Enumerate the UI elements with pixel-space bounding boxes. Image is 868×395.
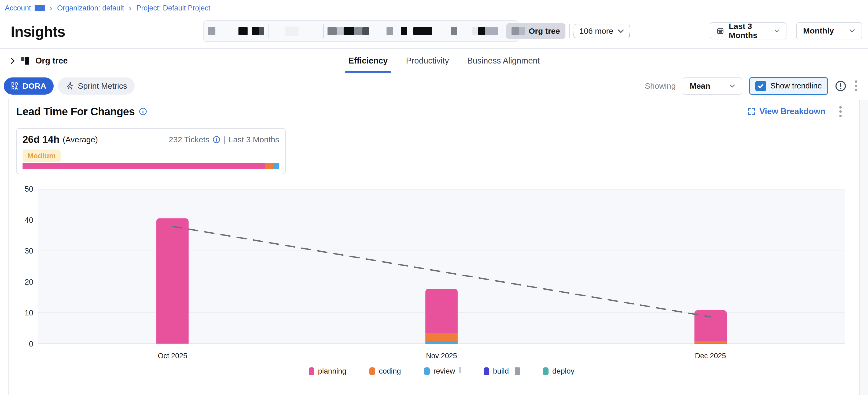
view-breakdown-label: View Breakdown bbox=[760, 107, 825, 116]
plot-area: 01020304050Oct 2025Nov 2025Dec 2025 bbox=[38, 189, 845, 344]
summary-meta: 232 Tickets | Last 3 Months bbox=[169, 135, 279, 144]
divider bbox=[502, 24, 502, 38]
stacked-bar[interactable] bbox=[156, 219, 189, 344]
legend-item-review[interactable]: review bbox=[424, 367, 461, 375]
summary-distribution-bar bbox=[23, 163, 279, 169]
legend-item-planning[interactable]: planning bbox=[309, 367, 346, 375]
widget-menu-kebab[interactable] bbox=[838, 104, 843, 119]
tab-efficiency[interactable]: Efficiency bbox=[345, 49, 391, 73]
view-breakdown-button[interactable]: View Breakdown bbox=[748, 107, 825, 116]
content-left-border bbox=[8, 99, 8, 395]
legend-label: planning bbox=[318, 367, 346, 375]
legend-swatch-planning bbox=[309, 367, 314, 375]
bar-segment-coding bbox=[156, 343, 189, 344]
more-filters-dropdown[interactable]: 106 more bbox=[574, 24, 630, 38]
expand-icon bbox=[748, 107, 755, 116]
stacked-bar[interactable] bbox=[694, 310, 726, 344]
org-tree-header[interactable]: Org tree bbox=[10, 49, 68, 73]
divider: | bbox=[223, 135, 225, 144]
bar-segment-review bbox=[426, 341, 458, 344]
aggregation-value: Mean bbox=[690, 81, 710, 91]
summary-qualifier: (Average) bbox=[63, 135, 98, 144]
chevron-down-icon bbox=[617, 29, 624, 33]
header-selects: Last 3 Months Monthly bbox=[710, 22, 862, 39]
filter-chips-bar: Org tree 106 more bbox=[203, 20, 519, 42]
lead-time-chart: 01020304050Oct 2025Nov 2025Dec 2025 plan… bbox=[38, 189, 845, 344]
toolbar-right: Showing Mean Show trendline bbox=[645, 77, 859, 95]
redacted-filter-group bbox=[208, 27, 264, 35]
chevron-down-icon bbox=[849, 29, 855, 33]
page-header: Insights Org tree bbox=[0, 16, 868, 49]
aggregation-select[interactable]: Mean bbox=[683, 77, 742, 95]
divider bbox=[397, 24, 397, 38]
show-trendline-label: Show trendline bbox=[770, 81, 822, 90]
scroll-gutter[interactable] bbox=[859, 100, 868, 395]
tab-label: Productivity bbox=[406, 56, 449, 66]
chevron-right-icon: › bbox=[128, 4, 132, 12]
dora-button[interactable]: DORA DORA bbox=[4, 77, 54, 95]
calendar-icon bbox=[717, 27, 724, 35]
summary-value: 26d 14h bbox=[23, 134, 60, 145]
date-range-select[interactable]: Last 3 Months bbox=[710, 22, 786, 39]
chevron-down-icon bbox=[774, 29, 779, 33]
y-axis-tick: 20 bbox=[17, 277, 33, 287]
summary-top: 26d 14h (Average) 232 Tickets | Last 3 M… bbox=[23, 134, 279, 145]
show-trendline-toggle[interactable]: Show trendline bbox=[749, 77, 828, 95]
bar-group-oct-2025 bbox=[38, 189, 307, 344]
tab-productivity[interactable]: Productivity bbox=[403, 49, 452, 73]
divider bbox=[569, 24, 570, 38]
tab-business-alignment[interactable]: Business Alignment bbox=[464, 49, 543, 73]
tab-label: Business Alignment bbox=[467, 56, 540, 66]
stacked-bar[interactable] bbox=[426, 289, 458, 344]
bar-segment-planning bbox=[426, 289, 458, 333]
legend-item-build[interactable]: build bbox=[484, 367, 520, 375]
sprint-metrics-button[interactable]: Sprint Metrics bbox=[58, 77, 134, 95]
y-axis-tick: 40 bbox=[17, 216, 33, 225]
info-icon[interactable] bbox=[139, 107, 147, 116]
summary-bar-segment-coding bbox=[265, 163, 274, 169]
alert-circle-icon[interactable] bbox=[835, 80, 846, 92]
legend-swatch-review bbox=[424, 367, 430, 375]
y-axis-tick: 0 bbox=[17, 339, 33, 349]
breadcrumb-account[interactable]: Account: bbox=[5, 4, 45, 12]
bar-segment-coding bbox=[426, 333, 458, 341]
filter-chip-org-tree[interactable]: Org tree bbox=[506, 23, 565, 39]
legend-label: coding bbox=[379, 367, 401, 375]
legend-item-deploy[interactable]: deploy bbox=[543, 367, 575, 375]
widget-header: Lead Time For Changes View Breakdown bbox=[16, 104, 843, 119]
tab-bar: EfficiencyProductivityBusiness Alignment bbox=[345, 49, 543, 73]
showing-label: Showing bbox=[645, 81, 676, 91]
filter-chip-label: Org tree bbox=[529, 27, 560, 36]
redacted-mark bbox=[515, 367, 520, 375]
redacted-filter-group bbox=[272, 27, 299, 36]
x-axis-tick: Dec 2025 bbox=[576, 351, 845, 360]
legend-swatch-coding bbox=[369, 367, 375, 375]
summary-bar-segment-planning bbox=[23, 163, 265, 169]
chevron-right-icon: › bbox=[49, 4, 53, 12]
breadcrumb-organization[interactable]: Organization: default bbox=[57, 4, 124, 12]
legend-label: build bbox=[493, 367, 509, 375]
summary-bar-segment-review bbox=[274, 163, 279, 169]
legend-item-coding[interactable]: coding bbox=[369, 367, 401, 375]
toolbar-menu-kebab[interactable] bbox=[853, 79, 859, 93]
divider bbox=[268, 24, 269, 38]
tab-label: Efficiency bbox=[348, 56, 388, 66]
page-title: Insights bbox=[11, 23, 65, 40]
breadcrumb-project[interactable]: Project: Default Project bbox=[136, 4, 210, 12]
widget-title: Lead Time For Changes bbox=[16, 106, 147, 118]
legend-swatch-build bbox=[484, 367, 489, 375]
tickets-count: 232 Tickets bbox=[169, 135, 210, 144]
granularity-select[interactable]: Monthly bbox=[796, 22, 862, 39]
bar-segment-review bbox=[694, 343, 726, 344]
x-axis-tick: Oct 2025 bbox=[38, 351, 307, 360]
chevron-down-icon bbox=[729, 84, 735, 88]
divider bbox=[323, 24, 324, 38]
legend-label: review bbox=[433, 367, 455, 375]
redacted-filter-group bbox=[401, 27, 498, 35]
bar-segment-planning bbox=[694, 310, 726, 341]
sprint-metrics-label: Sprint Metrics bbox=[78, 81, 127, 91]
info-icon[interactable] bbox=[213, 136, 220, 143]
widget-actions: View Breakdown bbox=[748, 104, 843, 119]
chevron-right-expander-icon[interactable] bbox=[10, 57, 15, 65]
checkbox-checked-icon[interactable] bbox=[755, 81, 766, 91]
